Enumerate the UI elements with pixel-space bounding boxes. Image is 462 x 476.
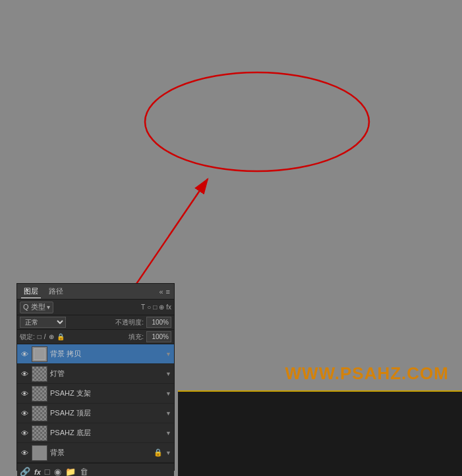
type-icon-rect[interactable]: □ bbox=[153, 304, 157, 311]
layer-item-bg[interactable]: 👁 背景 🔒 ▼ bbox=[17, 443, 174, 463]
layer-thumb-bg bbox=[32, 445, 47, 461]
layer-item-bg-copy[interactable]: 👁 背景 拷贝 ▼ bbox=[17, 344, 174, 364]
tab-layers[interactable]: 图层 bbox=[21, 285, 41, 298]
layer-arrow-bg: ▼ bbox=[165, 450, 171, 456]
footer-fx-icon[interactable]: fx bbox=[34, 468, 41, 476]
lock-icon-move[interactable]: ⊕ bbox=[49, 333, 54, 340]
eye-icon-bg-copy[interactable]: 👁 bbox=[20, 350, 29, 359]
layer-arrow-support: ▼ bbox=[165, 390, 171, 397]
layer-name-bottom: PSAHZ 底层 bbox=[50, 428, 163, 438]
panel-header: 图层 路径 « ≡ bbox=[17, 284, 174, 300]
layer-name-support: PSAHZ 支架 bbox=[50, 388, 163, 398]
search-label: Q 类型 bbox=[23, 302, 45, 312]
panel-footer: 🔗 fx □ ◉ 📁 🗑 bbox=[17, 463, 174, 476]
search-dropdown-icon[interactable]: ▾ bbox=[47, 304, 50, 311]
layer-name-top: PSAHZ 顶层 bbox=[50, 408, 163, 418]
fill-input[interactable] bbox=[146, 331, 171, 342]
layer-name-light: 灯管 bbox=[50, 369, 163, 379]
fill-label: 填充: bbox=[129, 332, 144, 342]
footer-adjustment-icon[interactable]: ◉ bbox=[54, 467, 61, 476]
layers-panel: 图层 路径 « ≡ Q 类型 ▾ T ○ □ ⊕ fx 正常 不透明度: 锁定:… bbox=[16, 283, 175, 471]
type-icon-fx[interactable]: fx bbox=[166, 304, 171, 311]
panel-header-icons: « ≡ bbox=[159, 288, 170, 296]
opacity-label: 不透明度: bbox=[115, 318, 144, 327]
layer-thumb-support bbox=[32, 386, 47, 402]
eye-icon-bottom[interactable]: 👁 bbox=[20, 429, 29, 438]
lock-icon-transparent[interactable]: □ bbox=[38, 333, 42, 340]
eye-icon-bg[interactable]: 👁 bbox=[20, 448, 29, 458]
panel-menu-icon[interactable]: ≡ bbox=[166, 288, 170, 296]
dark-bottom-panel bbox=[178, 390, 462, 476]
footer-group-icon[interactable]: 📁 bbox=[65, 467, 76, 476]
type-icon-T[interactable]: T bbox=[141, 304, 145, 311]
opacity-input[interactable] bbox=[146, 317, 171, 328]
footer-delete-icon[interactable]: 🗑 bbox=[80, 467, 88, 476]
layer-thumb-bottom bbox=[32, 425, 47, 441]
layer-item-top[interactable]: 👁 PSAHZ 顶层 ▼ bbox=[17, 404, 174, 423]
layer-name-bg: 背景 bbox=[50, 448, 151, 458]
layer-arrow-bg-copy: ▼ bbox=[165, 351, 171, 357]
layer-thumb-light bbox=[32, 366, 47, 382]
layer-thumb-top bbox=[32, 406, 47, 421]
search-row: Q 类型 ▾ T ○ □ ⊕ fx bbox=[17, 300, 174, 315]
layer-thumb-bg-copy bbox=[32, 346, 47, 362]
collapse-icon[interactable]: « bbox=[159, 288, 163, 296]
lock-row: 锁定: □ / ⊕ 🔒 填充: bbox=[17, 330, 174, 344]
search-type-icons: T ○ □ ⊕ fx bbox=[141, 304, 171, 311]
layer-name-bg-copy: 背景 拷贝 bbox=[50, 349, 163, 359]
layer-list: 👁 背景 拷贝 ▼ 👁 灯管 ▼ 👁 PSAHZ 支架 ▼ bbox=[17, 344, 174, 463]
mode-row: 正常 不透明度: bbox=[17, 315, 174, 330]
eye-icon-top[interactable]: 👁 bbox=[20, 409, 29, 418]
layer-item-light[interactable]: 👁 灯管 ▼ bbox=[17, 364, 174, 384]
eye-icon-support[interactable]: 👁 bbox=[20, 389, 29, 398]
blend-mode-select[interactable]: 正常 bbox=[20, 317, 66, 328]
lock-icon-all[interactable]: 🔒 bbox=[57, 333, 65, 340]
eye-icon-light[interactable]: 👁 bbox=[20, 369, 29, 379]
panel-tabs: 图层 路径 bbox=[21, 285, 66, 298]
type-icon-circle[interactable]: ○ bbox=[147, 304, 151, 311]
layer-lock-icon-bg: 🔒 bbox=[154, 448, 163, 457]
tab-paths[interactable]: 路径 bbox=[46, 285, 66, 298]
type-icon-adjust[interactable]: ⊕ bbox=[159, 304, 164, 311]
layer-arrow-bottom: ▼ bbox=[165, 430, 171, 436]
footer-mask-icon[interactable]: □ bbox=[45, 467, 50, 476]
search-box[interactable]: Q 类型 ▾ bbox=[20, 302, 53, 313]
lock-icon-brush[interactable]: / bbox=[44, 333, 46, 340]
layer-item-support[interactable]: 👁 PSAHZ 支架 ▼ bbox=[17, 384, 174, 404]
layer-arrow-light: ▼ bbox=[165, 371, 171, 377]
footer-link-icon[interactable]: 🔗 bbox=[20, 467, 30, 476]
layer-item-bottom[interactable]: 👁 PSAHZ 底层 ▼ bbox=[17, 423, 174, 443]
watermark: WWW.PSAHZ.COM bbox=[285, 363, 449, 384]
lock-label: 锁定: bbox=[20, 332, 35, 342]
layer-arrow-top: ▼ bbox=[165, 410, 171, 417]
